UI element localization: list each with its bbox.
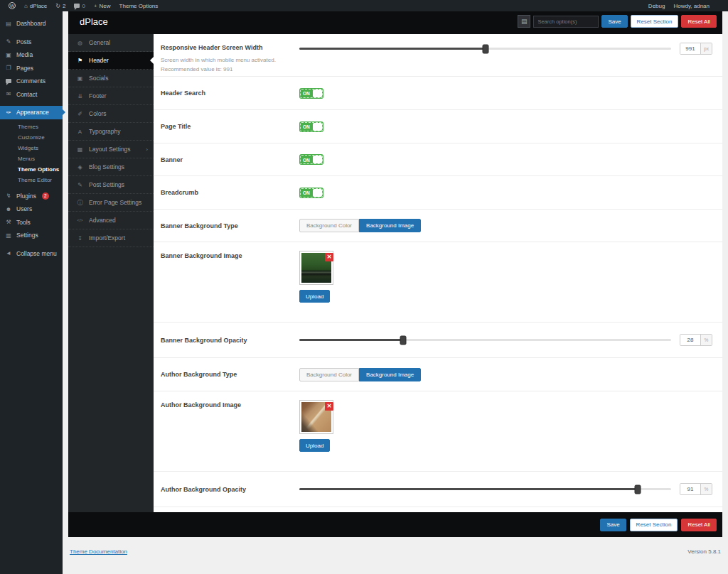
theme-options-menu[interactable]: Theme Options [115, 0, 163, 11]
sidebar-item-tools[interactable]: ⚒ Tools [0, 216, 63, 229]
sidebar-item-label: Media [16, 51, 33, 58]
author-upload-button[interactable]: Upload [299, 439, 330, 452]
tab-blog-settings[interactable]: ◈ Blog Settings [68, 158, 154, 176]
new-label: New [100, 3, 111, 9]
submenu-label: Widgets [18, 145, 38, 151]
sidebar-item-label: Plugins [16, 193, 36, 200]
field-label: Page Title [154, 123, 299, 130]
field-row-breadcrumb: Breadcrumb ON [154, 176, 722, 210]
slider-track[interactable] [299, 488, 671, 490]
debug-menu[interactable]: Debug [644, 0, 670, 11]
collapse-icon: ◄ [5, 250, 12, 256]
sidebar-item-label: Collapse menu [16, 250, 57, 257]
banner-bg-type-group: Background Color Background Image [299, 219, 712, 232]
my-account-menu[interactable]: Howdy, adnan [669, 0, 724, 11]
layout-grid-icon: ▦ [76, 146, 84, 153]
background-image-option[interactable]: Background Image [359, 219, 421, 232]
theme-documentation-link[interactable]: Theme Documentation [70, 548, 127, 555]
sidebar-item-comments[interactable]: Comments [0, 75, 63, 88]
header-search-toggle[interactable]: ON [299, 88, 323, 99]
tab-footer[interactable]: ⇊ Footer [68, 87, 154, 105]
tab-header[interactable]: ⚑ Header [68, 52, 154, 70]
tab-general[interactable]: ◍ General [68, 34, 154, 52]
submenu-item-theme-editor[interactable]: Theme Editor [0, 175, 63, 185]
tab-label: Import/Export [89, 234, 125, 242]
remove-image-button[interactable]: ✕ [325, 402, 333, 411]
wordpress-menu[interactable]: W [4, 0, 20, 11]
sidebar-item-settings[interactable]: ▥ Settings [0, 229, 63, 242]
tab-error-page-settings[interactable]: ⓘ Error Page Settings [68, 194, 154, 212]
slider-unit: % [700, 484, 712, 494]
submenu-item-customize[interactable]: Customize [0, 132, 63, 143]
background-image-option[interactable]: Background Image [359, 368, 421, 381]
toggle-knob [313, 123, 322, 131]
updates-menu[interactable]: ↻ 2 [51, 0, 70, 11]
sidebar-item-pages[interactable]: ❐ Pages [0, 62, 63, 75]
tab-post-settings[interactable]: ✎ Post Settings [68, 176, 154, 194]
tab-label: Footer [89, 92, 107, 99]
slider-value-input[interactable] [680, 484, 700, 494]
save-button-bottom[interactable]: Save [600, 519, 626, 531]
field-label: Author Background Image [154, 391, 299, 471]
sidebar-item-dashboard[interactable]: ▤ Dashboard [0, 17, 63, 31]
sidebar-item-media[interactable]: ▣ Media [0, 48, 63, 62]
field-control: px [299, 34, 722, 76]
description-line: Recommended value is: 991 [161, 65, 295, 75]
reset-section-button[interactable]: Reset Section [631, 15, 679, 28]
field-label: Responsive Header Screen Width Screen wi… [154, 34, 299, 76]
expand-options-button[interactable]: ▤ [518, 15, 530, 28]
tab-label: Layout Settings [89, 146, 131, 153]
site-name-menu[interactable]: ⌂ dPlace [20, 0, 51, 11]
field-label: Author Background Type [154, 371, 299, 378]
remove-image-button[interactable]: ✕ [325, 253, 333, 261]
submenu-item-widgets[interactable]: Widgets [0, 143, 63, 153]
tab-colors[interactable]: ✐ Colors [68, 105, 154, 123]
admin-footer: Theme Documentation Version 5.8.1 [68, 537, 722, 555]
avatar [712, 2, 719, 10]
sidebar-item-posts[interactable]: ✎ Posts [0, 36, 63, 49]
tab-typography[interactable]: A Typography [68, 123, 154, 141]
new-content-menu[interactable]: + New [90, 0, 115, 11]
slider-track[interactable] [299, 48, 671, 50]
slider-handle[interactable] [482, 44, 488, 53]
theme-options-label: Theme Options [119, 3, 159, 9]
slider-handle[interactable] [400, 335, 407, 345]
pages-icon: ❐ [5, 65, 12, 71]
tab-layout-settings[interactable]: ▦ Layout Settings › [68, 141, 154, 158]
sidebar-item-label: Contact [16, 91, 37, 98]
breadcrumb-toggle[interactable]: ON [299, 188, 323, 198]
tab-socials[interactable]: ▣ Socials [68, 70, 154, 87]
field-row-banner: Banner ON [154, 144, 722, 176]
submenu-item-menus[interactable]: Menus [0, 153, 63, 164]
submenu-label: Customize [18, 134, 45, 141]
reset-section-button-bottom[interactable]: Reset Section [630, 519, 678, 531]
tab-import-export[interactable]: ↧ Import/Export [68, 229, 154, 247]
sidebar-item-appearance[interactable]: ✑ Appearance [0, 106, 63, 119]
slider-track[interactable] [299, 339, 671, 341]
updates-count: 2 [63, 3, 65, 9]
reset-all-button[interactable]: Reset All [681, 15, 717, 28]
page-title-toggle[interactable]: ON [299, 121, 323, 132]
tab-label: Socials [89, 75, 108, 82]
sidebar-item-collapse-menu[interactable]: ◄ Collapse menu [0, 247, 63, 261]
sidebar-item-contact[interactable]: ✉ Contact [0, 88, 63, 102]
banner-upload-button[interactable]: Upload [299, 290, 330, 303]
sidebar-item-users[interactable]: ☻ Users [0, 202, 63, 216]
slider-value-input[interactable] [680, 43, 700, 54]
save-button[interactable]: Save [601, 15, 627, 28]
field-label: Banner Background Type [154, 222, 299, 229]
submenu-item-theme-options[interactable]: Theme Options [0, 164, 63, 175]
field-row-header-search: Header Search ON [154, 77, 722, 110]
slider-value-input[interactable] [680, 335, 700, 345]
search-input[interactable] [533, 16, 599, 28]
submenu-item-themes[interactable]: Themes [0, 121, 63, 132]
tab-advanced[interactable]: </> Advanced [68, 212, 154, 229]
sidebar-item-plugins[interactable]: ↯ Plugins 2 [0, 190, 63, 203]
background-color-option[interactable]: Background Color [299, 368, 359, 381]
background-color-option[interactable]: Background Color [299, 219, 359, 232]
comments-menu[interactable]: 0 [70, 0, 89, 11]
slider-handle[interactable] [634, 484, 641, 494]
field-label-text: Responsive Header Screen Width [161, 44, 262, 51]
banner-toggle[interactable]: ON [299, 154, 323, 165]
reset-all-button-bottom[interactable]: Reset All [681, 519, 717, 531]
